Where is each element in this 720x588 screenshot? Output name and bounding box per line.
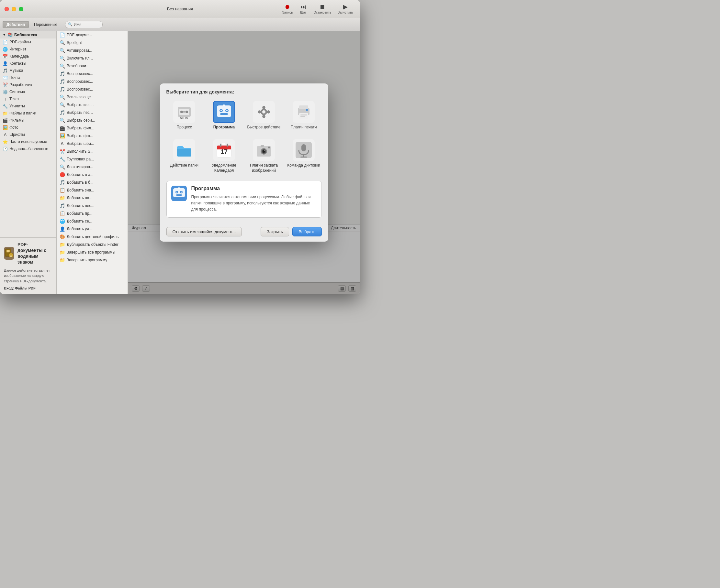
sidebar-item-contacts[interactable]: 👤 Контакты: [0, 60, 56, 67]
middle-item-popup[interactable]: 🔍 Всплывающе...: [57, 93, 127, 101]
run-button[interactable]: ▶ Запустить: [335, 2, 356, 16]
workflow-label: Процесс: [176, 125, 192, 130]
middle-item-add-net[interactable]: 🌐 Добавить се...: [57, 217, 127, 225]
svg-point-39: [306, 109, 308, 111]
svg-text:17: 17: [220, 148, 227, 155]
middle-item-play2[interactable]: 🎵 Воспроизвес...: [57, 78, 127, 85]
sidebar-item-internet[interactable]: 🌐 Интернет: [0, 46, 56, 53]
application-icon-wrap: [213, 101, 235, 123]
sidebar-item-files[interactable]: 📁 Файлы и папки: [0, 110, 56, 117]
sidebar-item-label: Файлы и папки: [9, 111, 54, 115]
left-desc-body: Данное действие вставляет изображение на…: [4, 268, 53, 284]
sidebar-item-label: Шрифты: [9, 132, 54, 137]
add-net-icon: 🌐: [59, 218, 65, 224]
sidebar-item-photos[interactable]: 🖼️ Фото: [0, 124, 56, 131]
middle-item-run-script[interactable]: ✂️ Выполнить S...: [57, 147, 127, 155]
close-button[interactable]: Закрыть: [261, 227, 289, 236]
enable-icon: 🔍: [59, 55, 65, 61]
sidebar-item-system[interactable]: ⚙️ Система: [0, 88, 56, 96]
step-button[interactable]: ⏭ Шаг: [297, 2, 310, 16]
sidebar-item-text[interactable]: T Текст: [0, 96, 56, 103]
middle-item-add-user[interactable]: 👤 Добавить уч...: [57, 225, 127, 233]
duplicate-finder-icon: 📁: [59, 241, 65, 247]
modal-item-quick-action[interactable]: Быстрое действие: [246, 98, 282, 133]
middle-item-choose-photo[interactable]: 🖼️ Выбрать фот...: [57, 132, 127, 140]
middle-item-spotlight[interactable]: 🔍 Spotlight: [57, 39, 127, 47]
sidebar-item-label: Текст: [9, 97, 54, 101]
open-existing-button[interactable]: Открыть имеющийся документ...: [166, 227, 242, 236]
step-label: Шаг: [300, 11, 306, 14]
sidebar-item-music[interactable]: 🎵 Музыка: [0, 67, 56, 74]
middle-item-add-pr[interactable]: 📋 Добавить пр...: [57, 210, 127, 217]
sidebar-item-developer[interactable]: ✂️ Разработчик: [0, 81, 56, 88]
sidebar-item-calendar[interactable]: 📅 Календарь: [0, 53, 56, 60]
svg-point-66: [181, 192, 182, 193]
modal-item-dictation[interactable]: Команда диктовки: [286, 136, 322, 176]
sidebar-item-fonts[interactable]: A Шрифты: [0, 131, 56, 138]
middle-item-duplicate-finder[interactable]: 📁 Дублировать объекты Finder: [57, 240, 127, 248]
image-capture-label: Плагин захвата изображений: [247, 163, 281, 173]
modal-dialog: Выберите тип для документа:: [160, 83, 328, 241]
modal-item-print-plugin[interactable]: Плагин печати: [286, 98, 322, 133]
stop-button[interactable]: ⏹ Остановить: [311, 2, 334, 16]
maximize-button[interactable]: [19, 7, 23, 11]
middle-item-quit-app[interactable]: 📁 Завершить программу: [57, 256, 127, 264]
middle-item-choose-film[interactable]: 🎬 Выбрать фил...: [57, 124, 127, 132]
modal-item-application[interactable]: Программа: [206, 98, 242, 133]
choose-font-icon: A: [59, 141, 65, 147]
middle-item-play3[interactable]: 🎵 Воспроизвес...: [57, 85, 127, 93]
modal-item-calendar[interactable]: JUL 17 Уведомление Календаря: [206, 136, 242, 176]
spotlight-icon: 🔍: [59, 40, 65, 46]
svg-rect-3: [6, 253, 9, 253]
tab-variables[interactable]: Переменные: [30, 21, 61, 28]
svg-rect-55: [261, 145, 264, 147]
middle-item-add-song[interactable]: 🎵 Добавить пес...: [57, 202, 127, 210]
svg-text:WFLOW: WFLOW: [180, 117, 188, 120]
middle-item-enable[interactable]: 🔍 Включить ил...: [57, 54, 127, 62]
middle-item-group[interactable]: 🔧 Групповая ра...: [57, 155, 127, 163]
close-button[interactable]: [4, 7, 9, 11]
middle-item-play1[interactable]: 🎵 Воспроизвес...: [57, 70, 127, 78]
middle-item-choose-font[interactable]: A Выбрать шри...: [57, 140, 127, 147]
modal-item-image-capture[interactable]: Плагин захвата изображений: [246, 136, 282, 176]
modal-item-folder-action[interactable]: Действие папки: [166, 136, 202, 176]
svg-text:JUL: JUL: [222, 143, 226, 145]
middle-item-activate[interactable]: 🔍 Активироват...: [57, 47, 127, 54]
middle-item-add-app[interactable]: 🔴 Добавить в а...: [57, 171, 127, 178]
files-icon: 📁: [3, 111, 8, 116]
middle-item-add-b[interactable]: 🎵 Добавить в б...: [57, 178, 127, 186]
minimize-button[interactable]: [12, 7, 16, 11]
sidebar: ▼ 📚 Библиотека 📄 PDF-файлы 🌐 Интернет: [0, 31, 57, 294]
middle-item-resume[interactable]: 🔍 Возобновит...: [57, 62, 127, 70]
middle-item-choose-songs[interactable]: 🎵 Выбрать пес...: [57, 109, 127, 117]
sidebar-item-utilities[interactable]: 🔧 Утилиты: [0, 103, 56, 110]
sidebar-item-pdf-files[interactable]: 📄 PDF-файлы: [0, 39, 56, 46]
search-input[interactable]: [74, 22, 100, 27]
sidebar-item-favorites[interactable]: ⭐ Часто используемые: [0, 138, 56, 145]
svg-rect-37: [300, 114, 307, 115]
record-button[interactable]: ⏺ Запись: [280, 2, 296, 16]
choose-button[interactable]: Выбрать: [292, 227, 321, 236]
developer-icon: ✂️: [3, 82, 8, 87]
middle-item-pdf-doc[interactable]: 📄 PDF-докуме...: [57, 31, 127, 39]
middle-item-add-note[interactable]: 📋 Добавить зна...: [57, 186, 127, 194]
middle-item-quit-all[interactable]: 📁 Завершить все программы: [57, 248, 127, 256]
svg-point-21: [223, 104, 225, 105]
middle-item-deactivate[interactable]: 🔍 Деактивиров...: [57, 163, 127, 171]
sidebar-item-movies[interactable]: 🎬 Фильмы: [0, 117, 56, 124]
sidebar-item-recent[interactable]: 🕐 Недавно...бавленные: [0, 145, 56, 152]
middle-item-choose-series[interactable]: 🔍 Выбрать сери...: [57, 117, 127, 124]
middle-item-choose-from[interactable]: 🔍 Выбрать из с...: [57, 101, 127, 109]
sidebar-item-label: Календарь: [9, 54, 54, 59]
main-toolbar: Действия Переменные 🔍: [0, 18, 360, 31]
sidebar-item-mail[interactable]: ✉️ Почта: [0, 74, 56, 81]
middle-item-add-folder[interactable]: 📁 Добавить па...: [57, 194, 127, 202]
middle-item-add-color-profile[interactable]: 🎨 Добавить цветовой профиль: [57, 233, 127, 240]
middle-item-label: PDF-докуме...: [67, 33, 92, 37]
tab-actions[interactable]: Действия: [3, 21, 29, 28]
middle-item-label: Выбрать шри...: [67, 141, 94, 146]
middle-item-label: Добавить зна...: [67, 188, 94, 192]
modal-desc-icon: [171, 186, 187, 204]
svg-point-56: [268, 147, 270, 148]
modal-item-workflow[interactable]: WFLOW Процесс: [166, 98, 202, 133]
